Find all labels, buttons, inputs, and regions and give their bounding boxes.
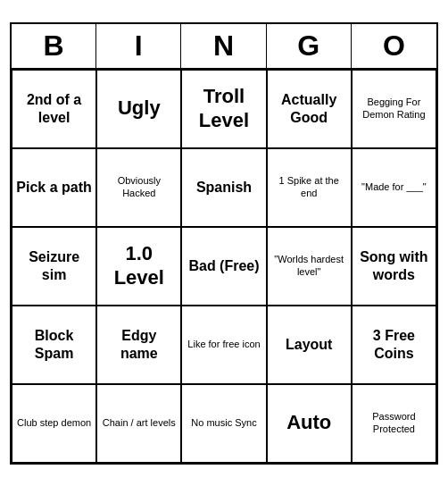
bingo-cell-22: No music Sync xyxy=(181,384,266,463)
header-letter-o: O xyxy=(352,24,436,68)
bingo-cell-17: Like for free icon xyxy=(181,306,266,384)
bingo-cell-3: Actually Good xyxy=(267,70,352,148)
bingo-grid: 2nd of a levelUglyTroll LevelActually Go… xyxy=(12,70,436,463)
bingo-cell-18: Layout xyxy=(267,306,352,384)
bingo-cell-16: Edgy name xyxy=(96,306,181,384)
header-letter-n: N xyxy=(181,24,266,68)
bingo-cell-13: "Worlds hardest level" xyxy=(267,227,352,306)
bingo-cell-1: Ugly xyxy=(96,70,181,148)
bingo-cell-14: Song with words xyxy=(352,227,436,306)
bingo-cell-7: Spanish xyxy=(181,148,266,227)
bingo-cell-4: Begging For Demon Rating xyxy=(352,70,436,148)
bingo-cell-8: 1 Spike at the end xyxy=(267,148,352,227)
bingo-cell-24: Password Protected xyxy=(352,384,436,463)
bingo-cell-5: Pick a path xyxy=(12,148,96,227)
bingo-cell-11: 1.0 Level xyxy=(96,227,181,306)
header-letter-g: G xyxy=(267,24,352,68)
bingo-header: BINGO xyxy=(12,24,436,70)
bingo-cell-19: 3 Free Coins xyxy=(352,306,436,384)
bingo-cell-6: Obviously Hacked xyxy=(96,148,181,227)
bingo-card: BINGO 2nd of a levelUglyTroll LevelActua… xyxy=(10,22,438,465)
bingo-cell-15: Block Spam xyxy=(12,306,96,384)
bingo-cell-10: Seizure sim xyxy=(12,227,96,306)
bingo-cell-20: Club step demon xyxy=(12,384,96,463)
bingo-cell-0: 2nd of a level xyxy=(12,70,96,148)
bingo-cell-9: "Made for ___" xyxy=(352,148,436,227)
header-letter-i: I xyxy=(96,24,181,68)
bingo-cell-2: Troll Level xyxy=(181,70,266,148)
bingo-cell-23: Auto xyxy=(267,384,352,463)
bingo-cell-12: Bad (Free) xyxy=(181,227,266,306)
header-letter-b: B xyxy=(12,24,96,68)
bingo-cell-21: Chain / art levels xyxy=(96,384,181,463)
